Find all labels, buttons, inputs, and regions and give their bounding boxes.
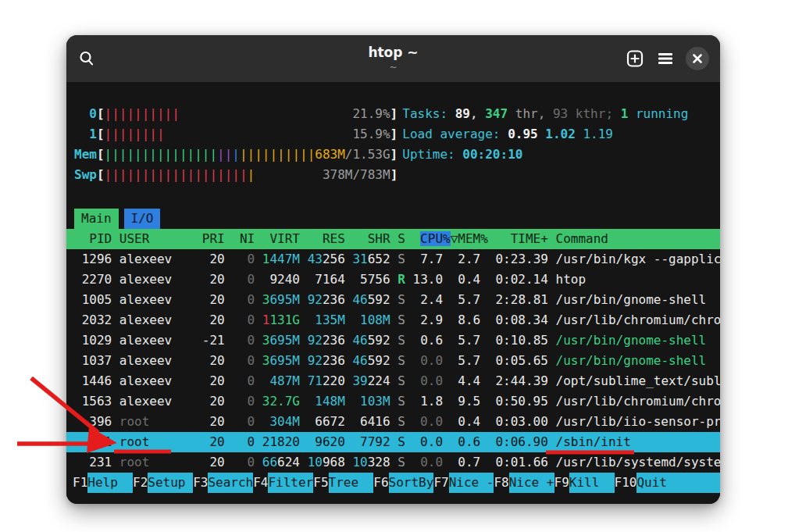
text-segment: 0.6 5.7 0:10.85 bbox=[405, 333, 556, 348]
search-icon[interactable] bbox=[77, 49, 96, 68]
text-segment: S bbox=[390, 312, 405, 327]
process-row-1037[interactable]: 1037 alexeev 20 0 3695M 92236 46592 S 0.… bbox=[66, 351, 720, 371]
text-segment: S bbox=[390, 333, 405, 348]
fkey-key: F1 bbox=[73, 473, 87, 493]
text-segment: 1296 alexeev 20 bbox=[74, 252, 225, 266]
text-segment: 304M bbox=[269, 414, 300, 429]
text-segment: S bbox=[390, 455, 405, 470]
fkey-label: Quit bbox=[636, 473, 720, 493]
text-segment: 695M bbox=[269, 353, 300, 368]
text-segment: 220 bbox=[323, 373, 345, 388]
text-segment: /1.53G bbox=[345, 147, 390, 162]
text-segment: 1037 alexeev 20 bbox=[74, 353, 225, 368]
fkey-f8-button[interactable]: F8Nice + bbox=[494, 473, 554, 493]
text-segment: 624 bbox=[277, 455, 300, 470]
text-segment: [ bbox=[97, 127, 105, 141]
text-segment: 93 kthr bbox=[553, 106, 605, 121]
text-segment: 46 bbox=[352, 292, 367, 307]
process-row-1563[interactable]: 1563 alexeev 20 0 32.7G 148M 103M S 1.8 … bbox=[66, 391, 720, 412]
new-tab-button[interactable] bbox=[625, 48, 645, 69]
text-segment: S bbox=[390, 252, 405, 266]
text-segment: S bbox=[390, 414, 405, 429]
fkey-label: Kill bbox=[569, 473, 615, 493]
menu-button[interactable] bbox=[656, 49, 675, 68]
tab-main[interactable]: Main bbox=[74, 209, 119, 229]
text-segment: 7.7 2.7 0:23.39 /usr/bin/kgx --gapplicat bbox=[405, 252, 720, 266]
text-segment bbox=[255, 272, 262, 287]
text-segment: 652 bbox=[368, 252, 390, 266]
text-segment: 224 bbox=[368, 373, 390, 388]
process-row-2032[interactable]: 2032 alexeev 20 0 1131G 135M 108M S 2.9 … bbox=[66, 310, 720, 330]
fkey-f6-button[interactable]: F6SortBy bbox=[373, 473, 433, 493]
window-title-block: htop ~ ~ bbox=[66, 35, 720, 82]
fkey-key: F10 bbox=[615, 473, 637, 493]
text-segment: 1563 alexeev 20 bbox=[74, 394, 225, 409]
text-segment: 592 bbox=[368, 292, 390, 307]
text-segment: 0.0 bbox=[405, 373, 443, 388]
text-segment: 0 bbox=[225, 252, 255, 266]
fkey-label: Help bbox=[87, 473, 133, 493]
text-segment: PID USER PRI NI VIRT RES SHR S bbox=[74, 231, 420, 246]
fkey-label: Search bbox=[208, 473, 253, 493]
fkey-f9-button[interactable]: F9Kill bbox=[554, 473, 615, 493]
fkey-f7-button[interactable]: F7Nice - bbox=[433, 473, 494, 493]
text-segment: ] bbox=[390, 127, 398, 141]
fkey-f10-button[interactable]: F10Quit bbox=[615, 473, 720, 493]
text-segment: Uptime: bbox=[402, 147, 462, 162]
tab-io[interactable]: I/O bbox=[124, 209, 161, 229]
swap-meter: Swp[|||||||||||||||||||| 378M/783M] bbox=[66, 165, 398, 185]
text-segment bbox=[300, 312, 315, 327]
text-segment: 1 root 20 0 21820 9620 7792 S 0.0 0.6 0:… bbox=[74, 434, 631, 449]
text-segment bbox=[255, 414, 269, 429]
text-segment: 2.4 5.7 2:28.81 /usr/bin/gnome-shell bbox=[405, 292, 706, 307]
text-segment: 0 bbox=[225, 373, 255, 388]
text-segment: 15.9% bbox=[352, 127, 390, 141]
menu-icon bbox=[656, 49, 675, 68]
text-segment: 0.7 0:01.66 /usr/lib/systemd/systemd bbox=[443, 455, 720, 470]
text-segment: S bbox=[390, 394, 405, 409]
text-segment: 0 bbox=[225, 292, 255, 307]
text-segment: 00:20:10 bbox=[462, 147, 522, 162]
fkey-key: F9 bbox=[554, 473, 569, 493]
process-row-1-init[interactable]: 1 root 20 0 21820 9620 7792 S 0.0 0.6 0:… bbox=[66, 432, 720, 452]
text-segment bbox=[345, 252, 353, 266]
process-row-1296[interactable]: 1296 alexeev 20 0 1447M 43256 31652 S 7.… bbox=[66, 249, 720, 270]
text-segment bbox=[345, 292, 353, 307]
text-segment: root bbox=[119, 455, 194, 470]
text-segment: 4.4 2:44.39 /opt/sublime_text/sublim bbox=[443, 373, 720, 388]
fkey-key: F3 bbox=[193, 473, 208, 493]
text-segment bbox=[255, 252, 262, 266]
fkey-key: F5 bbox=[313, 473, 328, 493]
fkey-f5-button[interactable]: F5Tree bbox=[313, 473, 373, 493]
fkey-f1-button[interactable]: F1Help bbox=[73, 473, 133, 493]
text-segment: , bbox=[470, 106, 485, 121]
text-segment: 1005 alexeev 20 bbox=[74, 292, 225, 307]
fkey-f4-button[interactable]: F4Filter bbox=[253, 473, 313, 493]
process-row-231[interactable]: 231 root 20 0 66624 10968 10328 S 0.0 0.… bbox=[66, 452, 720, 473]
process-row-1446[interactable]: 1446 alexeev 20 0 487M 71220 39224 S 0.0… bbox=[66, 371, 720, 391]
text-segment: 236 bbox=[323, 353, 345, 368]
text-segment: 347 bbox=[485, 106, 508, 121]
text-segment: | bbox=[232, 147, 240, 162]
text-segment: 236 bbox=[323, 333, 345, 348]
fkey-f2-button[interactable]: F2Setup bbox=[133, 473, 193, 493]
close-button[interactable] bbox=[686, 47, 709, 70]
text-segment bbox=[300, 252, 308, 266]
text-segment: 89 bbox=[455, 106, 470, 121]
text-segment: 5.7 0:05.65 bbox=[443, 353, 556, 368]
process-row-2270[interactable]: 2270 alexeev 20 0 9240 7164 5756 R 13.0 … bbox=[66, 270, 720, 290]
text-segment: running bbox=[628, 106, 688, 121]
process-row-396[interactable]: 396 root 20 0 304M 6672 6416 S 0.0 0.4 0… bbox=[66, 412, 720, 432]
tasks-summary: Tasks: 89, 347 thr, 93 kthr; 1 running bbox=[398, 104, 688, 124]
table-header[interactable]: PID USER PRI NI VIRT RES SHR S CPU%▽MEM%… bbox=[66, 229, 720, 249]
htop-header-area: 0[|||||||||| 21.9%] 1[|||||||| 15.9%] Me… bbox=[66, 104, 720, 185]
text-segment: 396 bbox=[74, 414, 119, 429]
fkey-f3-button[interactable]: F3Search bbox=[193, 473, 253, 493]
fkey-key: F6 bbox=[373, 473, 388, 493]
text-segment: 46 bbox=[352, 333, 367, 348]
text-segment bbox=[255, 167, 323, 182]
process-row-1005[interactable]: 1005 alexeev 20 0 3695M 92236 46592 S 2.… bbox=[66, 290, 720, 310]
process-row-1029[interactable]: 1029 alexeev -21 0 3695M 92236 46592 S 0… bbox=[66, 330, 720, 351]
load-average: Load average: 0.95 1.02 1.19 bbox=[398, 124, 688, 145]
text-segment: 10 bbox=[308, 455, 323, 470]
